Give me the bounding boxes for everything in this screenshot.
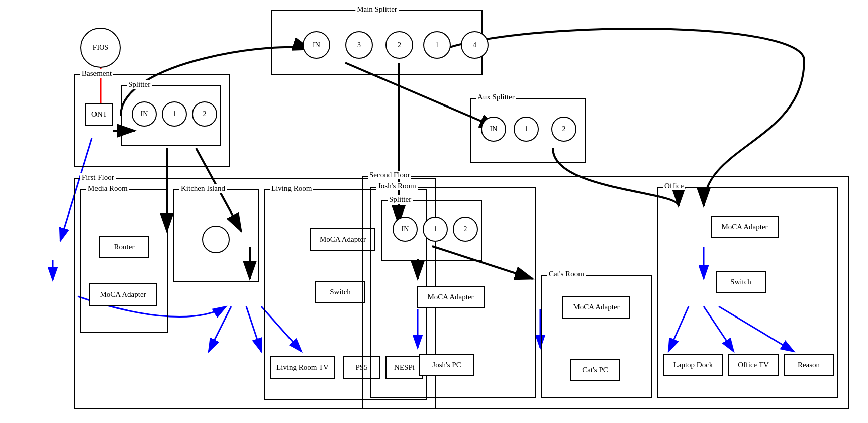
moca-office-label: MoCA Adapter [721,223,767,231]
living-tv-node: Living Room TV [270,356,335,379]
second-floor-label: Second Floor [368,171,411,179]
cat-pc-node: Cat's PC [570,359,620,381]
kitchen-island-region: Kitchen Island [173,189,259,282]
office-region: Office MoCA Adapter Switch Laptop Dock O… [657,187,838,398]
office-tv-label: Office TV [738,361,769,369]
aux-in-label: IN [490,125,498,133]
josh-splitter-label: Splitter [388,195,413,204]
basement-region: Basement Splitter IN 1 2 ONT [74,74,230,167]
router-node: Router [99,236,149,258]
josh-in-label: IN [402,225,409,233]
josh-pc-node: Josh's PC [419,354,474,376]
moca-office-node: MoCA Adapter [711,216,779,238]
main-2: 2 [385,31,413,59]
switch-office-node: Switch [716,271,766,293]
moca-josh-node: MoCA Adapter [417,286,485,308]
fios-node: FIOS [80,28,121,68]
reason-label: Reason [798,361,820,369]
josh-1-label: 1 [434,225,437,233]
kitchen-island-label: Kitchen Island [179,184,227,193]
aux-1-label: 1 [525,125,528,133]
switch-living-node: Switch [315,281,365,303]
office-tv-node: Office TV [728,354,779,376]
moca-living-label: MoCA Adapter [320,235,366,244]
basement-2: 2 [192,101,217,127]
main-splitter-region: Main Splitter IN 3 2 1 4 [271,10,483,75]
main-2-label: 2 [398,41,401,49]
main-3: 3 [345,31,373,59]
main-1-label: 1 [435,41,439,49]
living-tv-label: Living Room TV [276,363,329,372]
basement-1-label: 1 [173,110,176,118]
aux-2: 2 [551,117,576,142]
living-room-label: Living Room [270,184,313,193]
switch-office-label: Switch [730,278,751,286]
basement-splitter-label: Splitter [127,80,152,89]
main-4-label: 4 [473,41,476,49]
switch-living-label: Switch [330,288,351,296]
josh-1: 1 [423,217,448,242]
moca-media-label: MoCA Adapter [100,290,146,299]
aux-splitter-label: Aux Splitter [476,93,516,101]
router-label: Router [114,243,135,251]
laptop-dock-node: Laptop Dock [663,354,723,376]
josh-room-region: Josh's Room Splitter IN 1 2 MoCA Adapter… [370,187,536,398]
cats-room-region: Cat's Room MoCA Adapter Cat's PC [541,275,652,398]
aux-in: IN [481,117,506,142]
basement-label: Basement [80,69,113,78]
moca-media-node: MoCA Adapter [89,283,157,306]
josh-in: IN [393,217,418,242]
reason-node: Reason [784,354,834,376]
second-floor-region: Second Floor Josh's Room Splitter IN 1 2… [362,176,849,409]
media-room-label: Media Room [86,184,129,193]
josh-2-label: 2 [464,225,467,233]
fios-label: FIOS [93,44,108,52]
cats-room-label: Cat's Room [547,270,586,278]
josh-room-label: Josh's Room [376,182,418,190]
main-1: 1 [423,31,451,59]
main-4: 4 [461,31,489,59]
first-floor-label: First Floor [80,173,116,182]
josh-splitter-region: Splitter IN 1 2 [381,200,482,261]
josh-pc-label: Josh's PC [432,361,461,369]
ont-node: ONT [85,103,113,126]
office-label: Office [663,182,685,190]
aux-2-label: 2 [562,125,566,133]
moca-josh-label: MoCA Adapter [427,293,473,301]
main-in-label: IN [313,41,320,49]
basement-in: IN [132,101,157,127]
basement-2-label: 2 [203,110,207,118]
media-room-region: Media Room Router MoCA Adapter [80,189,168,333]
moca-cat-label: MoCA Adapter [573,303,619,311]
aux-splitter-region: Aux Splitter IN 1 2 [470,98,586,163]
moca-cat-node: MoCA Adapter [562,296,630,319]
basement-in-label: IN [141,110,148,118]
cat-pc-label: Cat's PC [582,366,608,374]
main-in: IN [303,31,330,59]
josh-2: 2 [453,217,478,242]
kitchen-circle [202,226,230,253]
main-3-label: 3 [357,41,361,49]
aux-1: 1 [514,117,539,142]
basement-1: 1 [162,101,187,127]
main-splitter-label: Main Splitter [355,5,399,14]
basement-splitter-region: Splitter IN 1 2 [121,85,221,146]
laptop-dock-label: Laptop Dock [673,361,713,369]
ont-label: ONT [91,110,107,119]
network-diagram: FIOS Main Splitter IN 3 2 1 4 Basement S… [0,0,868,423]
